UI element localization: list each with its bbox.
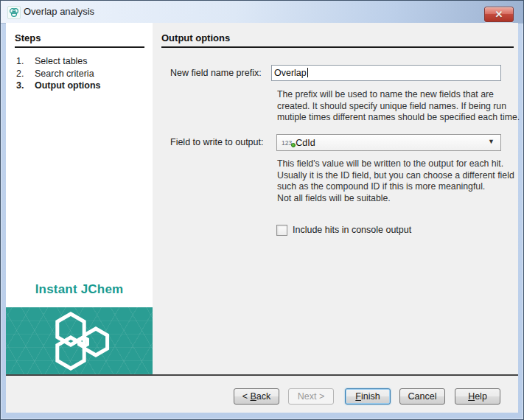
step-item-select-tables: 1. Select tables bbox=[16, 55, 101, 68]
output-field-dropdown[interactable]: 123 CdId ▼ bbox=[276, 134, 501, 151]
help-button[interactable]: Help bbox=[455, 388, 500, 405]
step-number: 3. bbox=[16, 80, 35, 92]
output-field-label: Field to write to output: bbox=[170, 137, 263, 147]
step-label: Select tables bbox=[35, 55, 88, 68]
window-title: Overlap analysis bbox=[24, 1, 94, 23]
dropdown-arrow-icon: ▼ bbox=[488, 138, 495, 145]
panel-title: Output options bbox=[161, 32, 514, 48]
step-number: 2. bbox=[16, 68, 35, 80]
prefix-help-text: The prefix will be used to name the new … bbox=[277, 89, 520, 124]
close-icon: ✕ bbox=[495, 8, 503, 21]
help-line: such as the compound ID if this is more … bbox=[277, 181, 514, 193]
finish-button[interactable]: Finish bbox=[345, 388, 391, 405]
brand-banner bbox=[6, 307, 153, 374]
close-button[interactable]: ✕ bbox=[484, 7, 514, 22]
back-button[interactable]: < Back bbox=[234, 388, 279, 405]
output-options-panel: Output options New field name prefix: Ov… bbox=[153, 23, 518, 374]
prefix-input[interactable]: Overlap bbox=[271, 65, 501, 81]
help-line: Usually it is the ID field, but you can … bbox=[277, 170, 514, 182]
include-hits-checkbox[interactable] bbox=[276, 225, 287, 236]
help-line: mutiple times different names should be … bbox=[277, 112, 520, 124]
output-field-help-text: This field's value will be written to th… bbox=[277, 158, 514, 205]
step-number: 1. bbox=[16, 55, 35, 68]
dropdown-selected-item: 123 CdId bbox=[282, 135, 315, 150]
help-line: created. It should specify unique field … bbox=[277, 101, 520, 113]
steps-header: Steps bbox=[15, 32, 144, 48]
dialog-window: Overlap analysis ✕ Steps 1. Select table… bbox=[0, 0, 524, 420]
prefix-field-label: New field name prefix: bbox=[170, 68, 262, 78]
cancel-button[interactable]: Cancel bbox=[399, 388, 445, 405]
dropdown-selected-value: CdId bbox=[296, 138, 315, 148]
text-caret bbox=[307, 68, 308, 77]
overlap-analysis-dialog: Overlap analysis ✕ Steps 1. Select table… bbox=[0, 0, 524, 420]
hexagon-logo bbox=[44, 311, 115, 371]
help-line: This field's value will be written to th… bbox=[277, 158, 514, 170]
app-icon bbox=[7, 6, 21, 19]
step-label: Output options bbox=[35, 80, 101, 92]
dialog-body: Steps 1. Select tables 2. Search criteri… bbox=[6, 23, 518, 413]
step-item-search-criteria: 2. Search criteria bbox=[16, 68, 101, 80]
titlebar[interactable]: Overlap analysis ✕ bbox=[1, 1, 523, 24]
include-hits-checkbox-label[interactable]: Include hits in console output bbox=[293, 225, 411, 235]
next-button: Next > bbox=[288, 388, 334, 405]
steps-sidebar: Steps 1. Select tables 2. Search criteri… bbox=[6, 23, 153, 374]
prefix-input-value: Overlap bbox=[274, 68, 307, 78]
wizard-button-bar: < Back Next > Finish Cancel Help bbox=[6, 376, 518, 413]
steps-list: 1. Select tables 2. Search criteria 3. O… bbox=[16, 55, 101, 92]
step-label: Search criteria bbox=[35, 68, 94, 80]
integer-field-type-icon: 123 bbox=[282, 139, 292, 147]
help-line: Not all fields will be suitable. bbox=[277, 193, 514, 205]
step-item-output-options-current: 3. Output options bbox=[16, 80, 101, 92]
key-indicator-dot bbox=[291, 143, 296, 147]
help-line: The prefix will be used to name the new … bbox=[277, 89, 520, 101]
instant-jchem-brand: Instant JChem bbox=[6, 282, 153, 297]
